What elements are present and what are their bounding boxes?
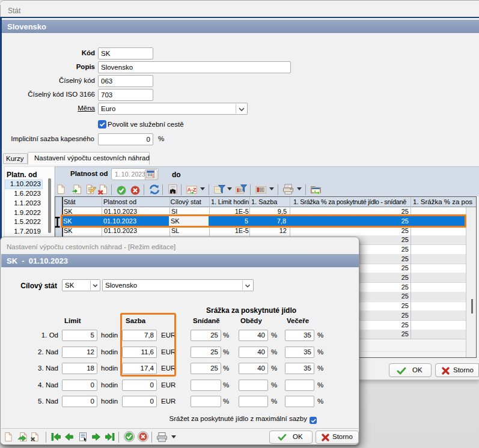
svg-text:A-Z: A-Z xyxy=(187,187,196,193)
